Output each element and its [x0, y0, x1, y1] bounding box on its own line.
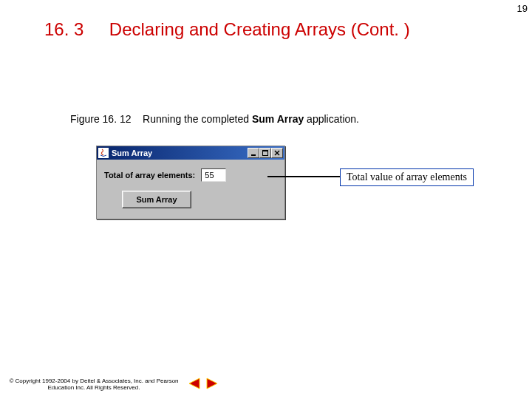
svg-rect-0 — [251, 154, 256, 156]
total-label: Total of array elements: — [104, 171, 195, 180]
copyright-text: © Copyright 1992-2004 by Deitel & Associ… — [9, 378, 179, 392]
app-window: Sum Array Total of array elements: 55 Su… — [96, 146, 285, 219]
svg-marker-6 — [207, 378, 217, 389]
figure-text-before: Running the completed — [143, 113, 252, 125]
figure-caption: Figure 16. 12 Running the completed Sum … — [70, 113, 359, 125]
java-icon — [98, 148, 109, 158]
figure-label: Figure 16. 12 — [70, 113, 132, 125]
next-arrow-icon[interactable] — [205, 377, 220, 390]
minimize-button[interactable] — [248, 148, 259, 158]
callout-box: Total value of array elements — [340, 168, 474, 186]
app-body: Total of array elements: 55 Sum Array — [97, 160, 284, 219]
slide-heading: 16. 3 Declaring and Creating Arrays (Con… — [0, 19, 532, 40]
window-title: Sum Array — [112, 149, 248, 157]
svg-rect-2 — [262, 150, 268, 151]
nav-arrows — [186, 377, 220, 390]
callout-line — [267, 176, 340, 177]
svg-marker-5 — [189, 378, 200, 389]
total-value-field[interactable]: 55 — [201, 168, 226, 182]
total-row: Total of array elements: 55 — [104, 168, 277, 182]
sum-array-button[interactable]: Sum Array — [122, 191, 191, 208]
section-title: Declaring and Creating Arrays (Cont. ) — [109, 19, 410, 39]
titlebar: Sum Array — [97, 146, 284, 160]
section-number: 16. 3 — [44, 19, 83, 40]
window-controls — [248, 148, 283, 158]
maximize-button[interactable] — [259, 148, 271, 158]
prev-arrow-icon[interactable] — [186, 377, 201, 390]
close-button[interactable] — [271, 148, 283, 158]
figure-text-after: application. — [304, 113, 359, 125]
page-number: 19 — [517, 3, 528, 14]
figure-bold: Sum Array — [252, 113, 304, 125]
